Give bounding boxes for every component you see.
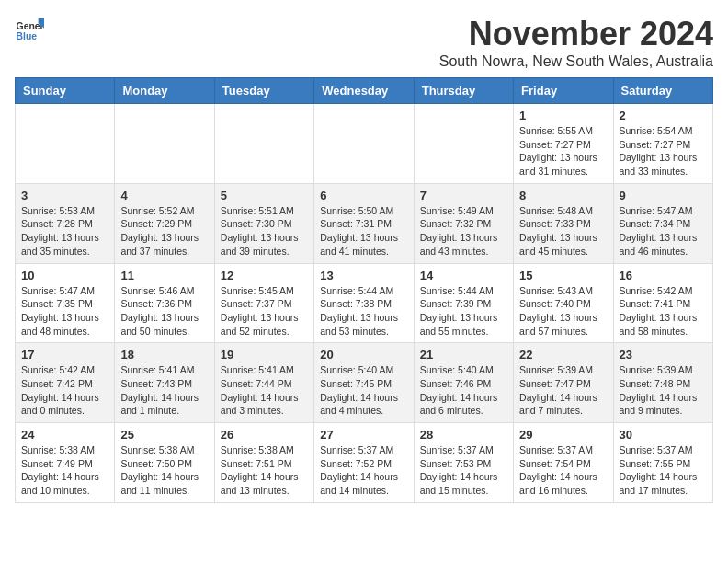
day-info: Sunrise: 5:48 AM Sunset: 7:33 PM Dayligh… [519, 204, 607, 259]
day-number: 29 [519, 428, 607, 442]
day-number: 17 [21, 348, 108, 362]
day-number: 27 [320, 428, 407, 442]
cell-4-6: 30Sunrise: 5:37 AM Sunset: 7:55 PM Dayli… [613, 423, 712, 503]
day-number: 16 [620, 269, 707, 282]
cell-0-4 [414, 104, 513, 184]
cell-2-5: 15Sunrise: 5:43 AM Sunset: 7:40 PM Dayli… [514, 263, 613, 343]
day-number: 7 [420, 189, 507, 202]
day-number: 11 [120, 269, 208, 282]
day-number: 10 [21, 269, 108, 282]
week-row-3: 10Sunrise: 5:47 AM Sunset: 7:35 PM Dayli… [16, 263, 713, 343]
day-info: Sunrise: 5:52 AM Sunset: 7:29 PM Dayligh… [120, 204, 208, 259]
day-info: Sunrise: 5:53 AM Sunset: 7:28 PM Dayligh… [21, 204, 108, 259]
header-monday: Monday [115, 78, 214, 104]
day-info: Sunrise: 5:47 AM Sunset: 7:35 PM Dayligh… [21, 284, 108, 339]
day-number: 19 [221, 348, 308, 362]
day-number: 23 [620, 348, 707, 362]
cell-0-6: 2Sunrise: 5:54 AM Sunset: 7:27 PM Daylig… [613, 104, 712, 184]
cell-2-2: 12Sunrise: 5:45 AM Sunset: 7:37 PM Dayli… [214, 263, 313, 343]
week-row-5: 24Sunrise: 5:38 AM Sunset: 7:49 PM Dayli… [16, 423, 713, 503]
day-info: Sunrise: 5:40 AM Sunset: 7:45 PM Dayligh… [320, 363, 407, 418]
logo-icon: General Blue [15, 15, 44, 44]
day-number: 8 [519, 189, 607, 202]
day-info: Sunrise: 5:47 AM Sunset: 7:34 PM Dayligh… [620, 204, 707, 259]
day-number: 26 [221, 428, 308, 442]
cell-4-0: 24Sunrise: 5:38 AM Sunset: 7:49 PM Dayli… [16, 423, 115, 503]
day-number: 14 [420, 269, 507, 282]
day-info: Sunrise: 5:42 AM Sunset: 7:41 PM Dayligh… [620, 284, 707, 339]
day-info: Sunrise: 5:37 AM Sunset: 7:55 PM Dayligh… [620, 443, 707, 498]
day-info: Sunrise: 5:38 AM Sunset: 7:51 PM Dayligh… [221, 443, 308, 498]
cell-1-5: 8Sunrise: 5:48 AM Sunset: 7:33 PM Daylig… [514, 183, 613, 263]
day-info: Sunrise: 5:45 AM Sunset: 7:37 PM Dayligh… [221, 284, 308, 339]
cell-3-1: 18Sunrise: 5:41 AM Sunset: 7:43 PM Dayli… [115, 343, 214, 423]
cell-1-6: 9Sunrise: 5:47 AM Sunset: 7:34 PM Daylig… [613, 183, 712, 263]
day-info: Sunrise: 5:44 AM Sunset: 7:39 PM Dayligh… [420, 284, 507, 339]
day-info: Sunrise: 5:39 AM Sunset: 7:48 PM Dayligh… [620, 363, 707, 418]
day-number: 13 [320, 269, 407, 282]
cell-2-0: 10Sunrise: 5:47 AM Sunset: 7:35 PM Dayli… [16, 263, 115, 343]
cell-4-1: 25Sunrise: 5:38 AM Sunset: 7:50 PM Dayli… [115, 423, 214, 503]
cell-3-5: 22Sunrise: 5:39 AM Sunset: 7:47 PM Dayli… [514, 343, 613, 423]
day-info: Sunrise: 5:43 AM Sunset: 7:40 PM Dayligh… [519, 284, 607, 339]
day-info: Sunrise: 5:44 AM Sunset: 7:38 PM Dayligh… [320, 284, 407, 339]
day-number: 18 [120, 348, 208, 362]
header-friday: Friday [514, 78, 613, 104]
day-info: Sunrise: 5:49 AM Sunset: 7:32 PM Dayligh… [420, 204, 507, 259]
cell-3-3: 20Sunrise: 5:40 AM Sunset: 7:45 PM Dayli… [314, 343, 414, 423]
cell-3-0: 17Sunrise: 5:42 AM Sunset: 7:42 PM Dayli… [16, 343, 115, 423]
cell-1-1: 4Sunrise: 5:52 AM Sunset: 7:29 PM Daylig… [115, 183, 214, 263]
cell-2-1: 11Sunrise: 5:46 AM Sunset: 7:36 PM Dayli… [115, 263, 214, 343]
day-number: 3 [21, 189, 108, 202]
cell-3-6: 23Sunrise: 5:39 AM Sunset: 7:48 PM Dayli… [613, 343, 712, 423]
day-number: 9 [620, 189, 707, 202]
cell-4-4: 28Sunrise: 5:37 AM Sunset: 7:53 PM Dayli… [414, 423, 513, 503]
day-number: 5 [221, 189, 308, 202]
svg-text:Blue: Blue [17, 31, 38, 41]
day-info: Sunrise: 5:54 AM Sunset: 7:27 PM Dayligh… [620, 124, 707, 178]
cell-1-2: 5Sunrise: 5:51 AM Sunset: 7:30 PM Daylig… [214, 183, 313, 263]
day-info: Sunrise: 5:55 AM Sunset: 7:27 PM Dayligh… [519, 124, 607, 178]
days-header-row: Sunday Monday Tuesday Wednesday Thursday… [16, 78, 713, 104]
day-info: Sunrise: 5:42 AM Sunset: 7:42 PM Dayligh… [21, 363, 108, 418]
calendar-table: Sunday Monday Tuesday Wednesday Thursday… [15, 77, 713, 503]
cell-3-2: 19Sunrise: 5:41 AM Sunset: 7:44 PM Dayli… [214, 343, 313, 423]
day-info: Sunrise: 5:51 AM Sunset: 7:30 PM Dayligh… [221, 204, 308, 259]
cell-2-4: 14Sunrise: 5:44 AM Sunset: 7:39 PM Dayli… [414, 263, 513, 343]
cell-1-0: 3Sunrise: 5:53 AM Sunset: 7:28 PM Daylig… [16, 183, 115, 263]
week-row-4: 17Sunrise: 5:42 AM Sunset: 7:42 PM Dayli… [16, 343, 713, 423]
day-info: Sunrise: 5:37 AM Sunset: 7:54 PM Dayligh… [519, 443, 607, 498]
header-thursday: Thursday [414, 78, 513, 104]
day-number: 2 [620, 109, 707, 122]
cell-3-4: 21Sunrise: 5:40 AM Sunset: 7:46 PM Dayli… [414, 343, 513, 423]
day-number: 20 [320, 348, 407, 362]
week-row-2: 3Sunrise: 5:53 AM Sunset: 7:28 PM Daylig… [16, 183, 713, 263]
day-number: 21 [420, 348, 507, 362]
header-sunday: Sunday [16, 78, 115, 104]
page-header: General Blue November 2024 South Nowra, … [15, 15, 713, 70]
day-number: 24 [21, 428, 108, 442]
cell-4-2: 26Sunrise: 5:38 AM Sunset: 7:51 PM Dayli… [214, 423, 313, 503]
day-number: 1 [519, 109, 607, 122]
day-info: Sunrise: 5:50 AM Sunset: 7:31 PM Dayligh… [320, 204, 407, 259]
subtitle: South Nowra, New South Wales, Australia [439, 53, 713, 70]
cell-4-5: 29Sunrise: 5:37 AM Sunset: 7:54 PM Dayli… [514, 423, 613, 503]
day-number: 6 [320, 189, 407, 202]
day-info: Sunrise: 5:38 AM Sunset: 7:50 PM Dayligh… [120, 443, 208, 498]
cell-2-6: 16Sunrise: 5:42 AM Sunset: 7:41 PM Dayli… [613, 263, 712, 343]
cell-0-3 [314, 104, 414, 184]
day-number: 25 [120, 428, 208, 442]
day-number: 12 [221, 269, 308, 282]
cell-0-5: 1Sunrise: 5:55 AM Sunset: 7:27 PM Daylig… [514, 104, 613, 184]
day-info: Sunrise: 5:39 AM Sunset: 7:47 PM Dayligh… [519, 363, 607, 418]
cell-0-2 [214, 104, 313, 184]
week-row-1: 1Sunrise: 5:55 AM Sunset: 7:27 PM Daylig… [16, 104, 713, 184]
header-wednesday: Wednesday [314, 78, 414, 104]
day-number: 30 [620, 428, 707, 442]
day-info: Sunrise: 5:37 AM Sunset: 7:52 PM Dayligh… [320, 443, 407, 498]
cell-0-0 [16, 104, 115, 184]
cell-4-3: 27Sunrise: 5:37 AM Sunset: 7:52 PM Dayli… [314, 423, 414, 503]
day-number: 15 [519, 269, 607, 282]
day-info: Sunrise: 5:37 AM Sunset: 7:53 PM Dayligh… [420, 443, 507, 498]
title-area: November 2024 South Nowra, New South Wal… [439, 15, 713, 70]
